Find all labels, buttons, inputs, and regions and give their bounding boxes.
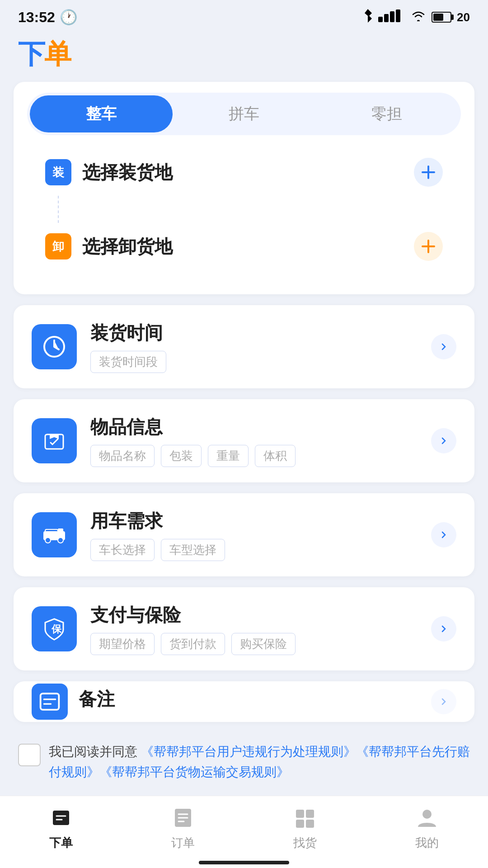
status-time: 13:52 🕐 [18, 9, 78, 26]
loading-time-info: 装货时间 装货时间段 [90, 321, 431, 373]
loading-time-section[interactable]: 装货时间 装货时间段 [14, 305, 474, 388]
vehicle-needs-tags: 车长选择 车型选择 [90, 539, 431, 561]
route-dashed-line [58, 196, 443, 223]
unload-location-row[interactable]: 卸 选择卸货地 [45, 223, 443, 270]
tab-row: 整车 拼车 零担 [27, 93, 461, 135]
nav-item-cargo[interactable]: 找货 [244, 804, 366, 851]
svg-point-9 [58, 538, 63, 543]
tab-ltl[interactable]: 零担 [315, 95, 458, 132]
nav-list-icon [169, 804, 197, 831]
svg-rect-13 [53, 811, 69, 825]
loading-time-tags: 装货时间段 [90, 351, 431, 373]
tag-volume: 体积 [255, 445, 296, 467]
bottom-nav: 下单 订单 找货 我的 [0, 796, 488, 868]
svg-rect-3 [396, 9, 400, 22]
status-icons: 20 [363, 9, 470, 26]
terms-link-1[interactable]: 《帮帮邦平台用户违规行为处理规则》 [141, 745, 356, 759]
status-bar: 13:52 🕐 20 [0, 0, 488, 32]
svg-rect-17 [296, 820, 304, 828]
goods-info-info: 物品信息 物品名称 包装 重量 体积 [90, 415, 431, 467]
remarks-title: 备注 [79, 687, 431, 712]
app-title: 下单 [18, 36, 470, 73]
svg-rect-18 [306, 820, 314, 828]
wifi-icon [411, 9, 426, 25]
payment-insurance-tags: 期望价格 货到付款 购买保险 [90, 633, 431, 655]
battery-icon [432, 12, 451, 23]
goods-info-icon [32, 418, 77, 463]
add-unload-location-button[interactable] [414, 232, 443, 261]
payment-insurance-icon: 保 [32, 606, 77, 651]
nav-order-icon [47, 804, 75, 831]
svg-rect-12 [41, 693, 59, 710]
vehicle-needs-info: 用车需求 车长选择 车型选择 [90, 509, 431, 561]
alarm-icon: 🕐 [60, 9, 78, 26]
loading-time-arrow [431, 334, 456, 359]
remarks-info: 备注 [79, 687, 431, 717]
signal-icon [378, 9, 405, 25]
nav-item-list[interactable]: 订单 [122, 804, 244, 851]
nav-cargo-label: 找货 [293, 835, 317, 851]
svg-rect-15 [296, 810, 304, 818]
payment-insurance-title: 支付与保险 [90, 603, 431, 627]
payment-insurance-arrow [431, 616, 456, 642]
loading-time-icon [32, 324, 77, 369]
home-indicator [199, 861, 289, 864]
unload-location-text: 选择卸货地 [82, 234, 414, 259]
terms-checkbox[interactable] [18, 744, 41, 766]
svg-rect-0 [378, 17, 383, 22]
terms-prefix: 我已阅读并同意 [49, 745, 141, 759]
load-badge: 装 [45, 159, 71, 185]
vehicle-needs-icon [32, 512, 77, 557]
vehicle-needs-title: 用车需求 [90, 509, 431, 533]
bluetooth-icon [363, 9, 373, 26]
tag-goods-name: 物品名称 [90, 445, 155, 467]
svg-point-19 [422, 810, 432, 819]
tag-vehicle-type: 车型选择 [161, 539, 225, 561]
goods-info-title: 物品信息 [90, 415, 431, 439]
load-location-text: 选择装货地 [82, 160, 414, 185]
terms-link-3[interactable]: 《帮帮邦平台货物运输交易规则》 [99, 765, 289, 779]
main-content: 整车 拼车 零担 装 选择装货地 卸 选择卸货地 [0, 82, 488, 868]
goods-info-tags: 物品名称 包装 重量 体积 [90, 445, 431, 467]
unload-badge: 卸 [45, 233, 71, 259]
tab-whole-vehicle[interactable]: 整车 [30, 95, 173, 132]
goods-info-section[interactable]: 物品信息 物品名称 包装 重量 体积 [14, 399, 474, 482]
svg-rect-10 [58, 528, 63, 533]
vehicle-needs-section[interactable]: 用车需求 车长选择 车型选择 [14, 493, 474, 576]
add-load-location-button[interactable] [414, 158, 443, 187]
svg-rect-1 [384, 14, 389, 22]
remarks-section[interactable]: 备注 [14, 681, 474, 722]
loading-time-title: 装货时间 [90, 321, 431, 345]
payment-insurance-info: 支付与保险 期望价格 货到付款 购买保险 [90, 603, 431, 655]
tabs-card: 整车 拼车 零担 装 选择装货地 卸 选择卸货地 [14, 82, 474, 294]
svg-text:保: 保 [51, 623, 62, 635]
payment-insurance-section[interactable]: 保 支付与保险 期望价格 货到付款 购买保险 [14, 587, 474, 670]
nav-item-order[interactable]: 下单 [0, 804, 122, 851]
goods-info-arrow [431, 428, 456, 453]
load-location-row[interactable]: 装 选择装货地 [45, 149, 443, 196]
tag-expected-price: 期望价格 [90, 633, 155, 655]
tag-packaging: 包装 [161, 445, 202, 467]
battery-level: 20 [457, 10, 470, 24]
svg-rect-2 [390, 11, 394, 22]
remarks-arrow [431, 689, 456, 714]
tag-time-period: 装货时间段 [90, 351, 166, 373]
remarks-icon [32, 684, 68, 720]
vehicle-needs-arrow [431, 522, 456, 547]
nav-order-label: 下单 [49, 835, 73, 851]
terms-row: 我已阅读并同意 《帮帮邦平台用户违规行为处理规则》《帮帮邦平台先行赔付规则》《帮… [14, 733, 474, 792]
svg-point-8 [45, 538, 51, 543]
terms-text: 我已阅读并同意 《帮帮邦平台用户违规行为处理规则》《帮帮邦平台先行赔付规则》《帮… [49, 742, 470, 783]
location-section: 装 选择装货地 卸 选择卸货地 [27, 135, 461, 283]
app-header: 下单 [0, 32, 488, 82]
nav-item-profile[interactable]: 我的 [366, 804, 488, 851]
tag-buy-insurance: 购买保险 [231, 633, 296, 655]
tag-weight: 重量 [208, 445, 249, 467]
tab-carpool[interactable]: 拼车 [173, 95, 315, 132]
time-display: 13:52 [18, 9, 55, 26]
tag-vehicle-length: 车长选择 [90, 539, 155, 561]
tag-cod: 货到付款 [161, 633, 225, 655]
nav-list-label: 订单 [171, 835, 195, 851]
svg-rect-16 [306, 810, 314, 818]
nav-profile-label: 我的 [415, 835, 439, 851]
